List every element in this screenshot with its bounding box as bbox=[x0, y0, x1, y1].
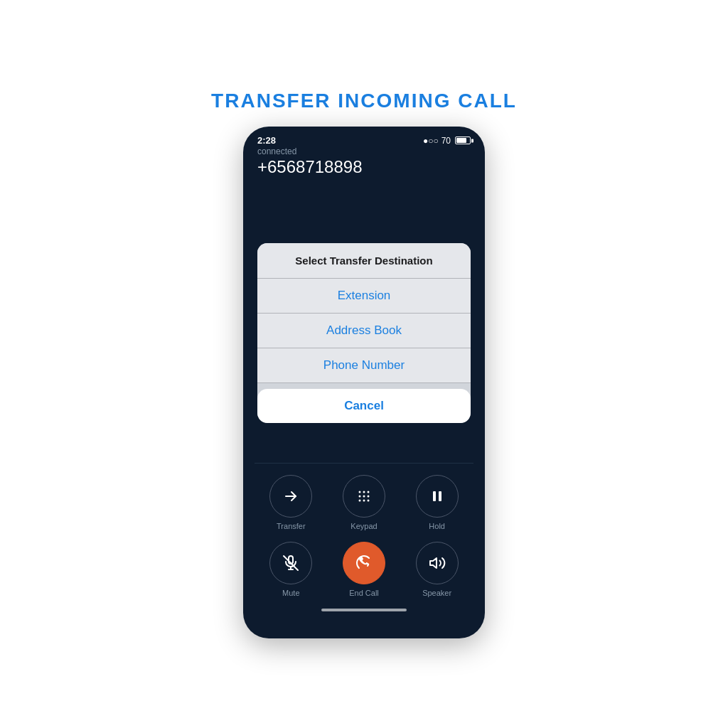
hold-icon bbox=[429, 488, 446, 505]
address-book-option[interactable]: Address Book bbox=[257, 314, 471, 348]
svg-point-3 bbox=[367, 491, 369, 493]
transfer-button[interactable] bbox=[269, 475, 312, 518]
hold-label: Hold bbox=[429, 522, 445, 530]
keypad-button[interactable] bbox=[343, 475, 385, 518]
end-call-label: End Call bbox=[349, 589, 379, 597]
status-time: 2:28 bbox=[257, 135, 276, 146]
hold-button[interactable] bbox=[416, 475, 459, 518]
battery-icon bbox=[455, 136, 471, 144]
end-call-control: End Call bbox=[343, 542, 385, 597]
controls-row-1: Transfer Keypad bbox=[255, 475, 473, 530]
svg-point-8 bbox=[363, 500, 365, 502]
svg-point-4 bbox=[358, 496, 360, 498]
mute-control: Mute bbox=[269, 542, 312, 597]
end-call-button[interactable] bbox=[343, 542, 385, 584]
controls-area: Transfer Keypad bbox=[243, 449, 485, 638]
svg-point-5 bbox=[363, 496, 365, 498]
page-title: TRANSFER INCOMING CALL bbox=[211, 90, 517, 112]
home-indicator bbox=[321, 609, 407, 611]
extension-option[interactable]: Extension bbox=[257, 279, 471, 314]
end-call-icon bbox=[355, 555, 373, 572]
hold-control: Hold bbox=[416, 475, 459, 530]
modal-title: Select Transfer Destination bbox=[257, 243, 471, 279]
signal-strength: 70 bbox=[441, 136, 451, 146]
status-connected: connected bbox=[257, 146, 296, 156]
transfer-control: Transfer bbox=[269, 475, 312, 530]
mute-icon bbox=[282, 555, 299, 572]
keypad-control: Keypad bbox=[343, 475, 385, 530]
status-right: ●○○ 70 bbox=[423, 136, 471, 146]
cancel-option[interactable]: Cancel bbox=[257, 389, 471, 423]
svg-point-6 bbox=[367, 496, 369, 498]
keypad-label: Keypad bbox=[350, 522, 377, 530]
controls-row-2: Mute End Call bbox=[255, 542, 473, 597]
speaker-label: Speaker bbox=[422, 589, 451, 597]
svg-rect-11 bbox=[439, 491, 441, 501]
status-bar: 2:28 connected ●○○ 70 bbox=[243, 127, 485, 149]
mute-label: Mute bbox=[282, 589, 299, 597]
phone-frame: 2:28 connected ●○○ 70 +6568718898 Select… bbox=[243, 127, 485, 638]
speaker-icon bbox=[429, 555, 446, 572]
keypad-icon bbox=[355, 488, 373, 505]
svg-point-1 bbox=[358, 491, 360, 493]
svg-marker-15 bbox=[430, 558, 437, 568]
phone-number-option[interactable]: Phone Number bbox=[257, 348, 471, 383]
speaker-control: Speaker bbox=[416, 542, 459, 597]
speaker-button[interactable] bbox=[416, 542, 459, 584]
transfer-modal: Select Transfer Destination Extension Ad… bbox=[257, 243, 471, 423]
transfer-icon bbox=[282, 488, 299, 505]
svg-point-2 bbox=[363, 491, 365, 493]
mute-button[interactable] bbox=[269, 542, 312, 584]
modal-area: Select Transfer Destination Extension Ad… bbox=[243, 217, 485, 449]
transfer-label: Transfer bbox=[277, 522, 306, 530]
signal-icon: ●○○ bbox=[423, 136, 439, 146]
caller-number: +6568718898 bbox=[257, 157, 471, 177]
svg-point-7 bbox=[358, 500, 360, 502]
svg-point-9 bbox=[367, 500, 369, 502]
svg-rect-10 bbox=[433, 491, 436, 501]
